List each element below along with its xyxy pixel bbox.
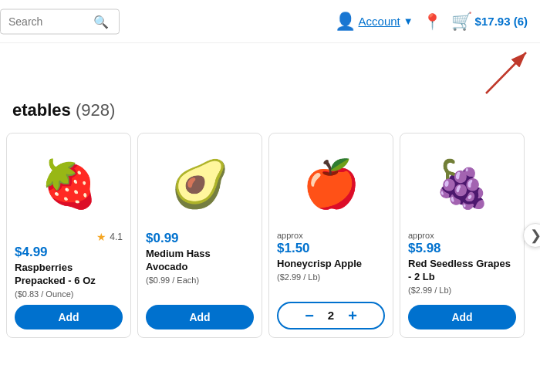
product-emoji-grapes: 🍇 bbox=[427, 149, 497, 218]
product-image-raspberries: 🍓 bbox=[15, 141, 123, 226]
next-arrow-button[interactable]: ❯ bbox=[523, 223, 540, 248]
product-emoji-apple: 🍎 bbox=[296, 149, 366, 218]
product-name-apple: Honeycrisp Apple bbox=[277, 258, 362, 271]
page-title: etables (928) bbox=[12, 100, 115, 120]
qty-value: 2 bbox=[322, 304, 340, 326]
cart-icon: 🛒 bbox=[451, 12, 472, 32]
cart-section[interactable]: 🛒 $17.93 (6) bbox=[451, 12, 528, 32]
svg-line-1 bbox=[486, 52, 526, 93]
approx-label: approx bbox=[408, 231, 434, 240]
add-button-grapes[interactable]: Add bbox=[408, 305, 516, 329]
product-price-avocado: $0.99 bbox=[146, 231, 179, 246]
chevron-down-icon: ▼ bbox=[403, 15, 413, 27]
cart-total: $17.93 (6) bbox=[475, 15, 528, 28]
location-icon[interactable]: 📍 bbox=[423, 12, 442, 31]
product-price-grapes: $5.98 bbox=[408, 241, 441, 256]
product-card-raspberries: 🍓 ★ 4.1 $4.99 Raspberries Prepacked - 6 … bbox=[6, 133, 131, 338]
annotation-arrow bbox=[386, 43, 540, 97]
product-card-apple: 🍎 approx $1.50 Honeycrisp Apple ($2.99 /… bbox=[268, 133, 393, 338]
product-name-avocado: Medium Hass Avocado bbox=[146, 248, 254, 274]
account-section[interactable]: 👤 Account ▼ bbox=[335, 12, 413, 32]
search-icon: 🔍 bbox=[93, 14, 109, 29]
account-label: Account bbox=[359, 15, 400, 28]
unit-price-raspberries: ($0.83 / Ounce) bbox=[15, 289, 73, 299]
search-input[interactable] bbox=[8, 15, 93, 28]
qty-increase-button[interactable]: + bbox=[340, 303, 365, 328]
product-name-grapes: Red Seedless Grapes - 2 Lb bbox=[408, 258, 516, 284]
product-image-avocado: 🥑 bbox=[146, 141, 254, 226]
header: 🔍 👤 Account ▼ 📍 🛒 $17.93 (6) bbox=[0, 0, 540, 43]
star-icon: ★ bbox=[96, 231, 106, 243]
search-box[interactable]: 🔍 bbox=[0, 8, 120, 34]
page-count: (928) bbox=[76, 100, 115, 120]
product-price-apple: $1.50 bbox=[277, 241, 310, 256]
qty-decrease-button[interactable]: − bbox=[297, 303, 322, 328]
add-button-raspberries[interactable]: Add bbox=[15, 305, 123, 329]
product-emoji-avocado: 🥑 bbox=[165, 149, 235, 218]
approx-label: approx bbox=[277, 231, 303, 240]
products-row: 🍓 ★ 4.1 $4.99 Raspberries Prepacked - 6 … bbox=[6, 133, 534, 338]
product-card-avocado: 🥑 $0.99 Medium Hass Avocado ($0.99 / Eac… bbox=[137, 133, 262, 338]
product-image-apple: 🍎 bbox=[277, 141, 385, 226]
product-price-raspberries: $4.99 bbox=[15, 245, 48, 260]
rating-value: 4.1 bbox=[110, 231, 123, 242]
unit-price-avocado: ($0.99 / Each) bbox=[146, 275, 199, 285]
page-title-section: etables (928) bbox=[0, 97, 540, 133]
unit-price-apple: ($2.99 / Lb) bbox=[277, 272, 320, 282]
products-area: 🍓 ★ 4.1 $4.99 Raspberries Prepacked - 6 … bbox=[0, 133, 540, 338]
qty-control: − 2 + bbox=[277, 302, 385, 329]
product-card-grapes: 🍇 approx $5.98 Red Seedless Grapes - 2 L… bbox=[400, 133, 525, 338]
user-icon: 👤 bbox=[335, 12, 356, 32]
product-name-raspberries: Raspberries Prepacked - 6 Oz bbox=[15, 262, 123, 288]
header-right: 👤 Account ▼ 📍 🛒 $17.93 (6) bbox=[335, 12, 528, 32]
unit-price-grapes: ($2.99 / Lb) bbox=[408, 286, 451, 295]
product-image-grapes: 🍇 bbox=[408, 141, 516, 226]
rating-row: ★ 4.1 bbox=[15, 231, 123, 243]
add-button-avocado[interactable]: Add bbox=[146, 305, 254, 329]
page-title-text: etables bbox=[12, 100, 71, 120]
product-emoji-raspberries: 🍓 bbox=[34, 149, 103, 218]
annotation-arrow-container bbox=[0, 43, 540, 97]
